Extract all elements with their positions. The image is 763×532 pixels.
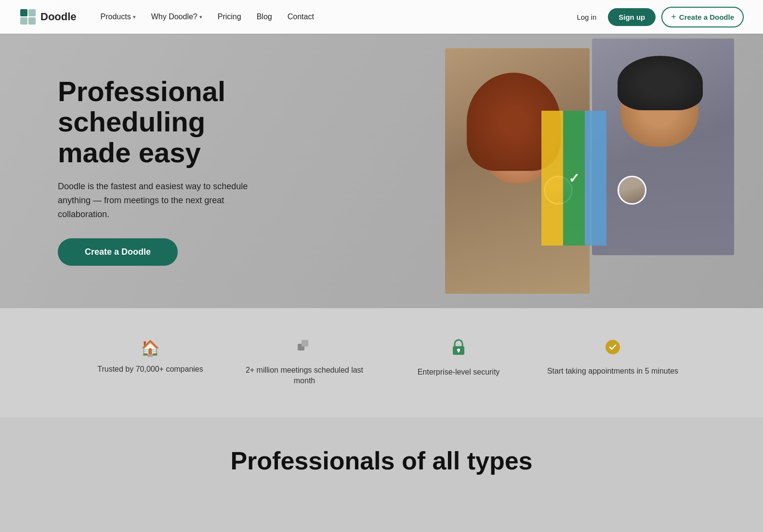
why-doodle-chevron-icon: ▾ — [199, 14, 202, 20]
logo[interactable]: Doodle — [19, 8, 77, 26]
signup-button[interactable]: Sign up — [608, 8, 656, 26]
nav-pricing[interactable]: Pricing — [211, 9, 248, 25]
avatar-circle-2 — [618, 176, 646, 205]
yellow-bar — [541, 111, 563, 246]
nav-why-doodle[interactable]: Why Doodle? ▾ — [145, 9, 209, 25]
nav-blog[interactable]: Blog — [250, 9, 279, 25]
stat-security: Enterprise-level security — [382, 331, 536, 394]
bottom-section: Professionals of all types — [0, 417, 763, 494]
logo-text: Doodle — [40, 11, 77, 23]
hero-title: Professional scheduling made easy — [58, 76, 270, 168]
svg-rect-0 — [20, 9, 27, 16]
nav-contact[interactable]: Contact — [281, 9, 321, 25]
nav-actions: Log in Sign up + Create a Doodle — [571, 7, 744, 27]
hero-section: Professional scheduling made easy Doodle… — [0, 0, 763, 308]
green-bar: ✓ — [563, 111, 585, 246]
clock-check-icon-svg — [605, 339, 621, 355]
stat-security-text: Enterprise-level security — [391, 367, 526, 377]
svg-rect-5 — [302, 340, 308, 347]
hero-image-right — [592, 39, 734, 255]
stat-companies-text: Trusted by 70,000+ companies — [83, 364, 218, 375]
bottom-title: Professionals of all types — [29, 446, 734, 475]
create-doodle-nav-button[interactable]: + Create a Doodle — [661, 7, 744, 27]
nav-links: Products ▾ Why Doodle? ▾ Pricing Blog Co… — [94, 9, 571, 25]
products-chevron-icon: ▾ — [133, 14, 136, 20]
hero-content: Professional scheduling made easy Doodle… — [0, 47, 299, 295]
svg-point-9 — [605, 340, 620, 354]
checkmark-icon: ✓ — [568, 170, 579, 186]
building-icon: 🏠 — [83, 339, 218, 357]
lock-icon-svg — [451, 339, 466, 356]
hero-subtitle: Doodle is the fastest and easiest way to… — [58, 180, 260, 221]
doodle-logo-icon — [19, 8, 37, 26]
meetings-icon-svg — [297, 339, 312, 354]
stat-meetings: 2+ million meetings scheduled last month — [227, 331, 382, 394]
navbar: Doodle Products ▾ Why Doodle? ▾ Pricing … — [0, 0, 763, 34]
nav-products[interactable]: Products ▾ — [94, 9, 143, 25]
svg-rect-3 — [28, 17, 36, 25]
clock-check-icon — [545, 339, 680, 359]
svg-rect-1 — [28, 9, 36, 16]
hero-cta-button[interactable]: Create a Doodle — [58, 238, 178, 266]
stat-companies: 🏠 Trusted by 70,000+ companies — [73, 331, 227, 394]
login-button[interactable]: Log in — [571, 9, 602, 25]
hero-image-collage: ✓ — [445, 34, 763, 308]
stat-meetings-text: 2+ million meetings scheduled last month — [237, 365, 372, 387]
chart-icon — [237, 339, 372, 358]
plus-icon: + — [671, 12, 676, 22]
stats-section: 🏠 Trusted by 70,000+ companies 2+ millio… — [0, 308, 763, 417]
svg-rect-2 — [20, 17, 27, 25]
stat-appointments-text: Start taking appointments in 5 minutes — [545, 366, 680, 376]
schedule-bars-overlay: ✓ — [541, 111, 606, 246]
svg-rect-8 — [458, 350, 460, 352]
blue-bar — [585, 111, 606, 246]
stat-appointments: Start taking appointments in 5 minutes — [536, 331, 690, 394]
lock-icon — [391, 339, 526, 360]
